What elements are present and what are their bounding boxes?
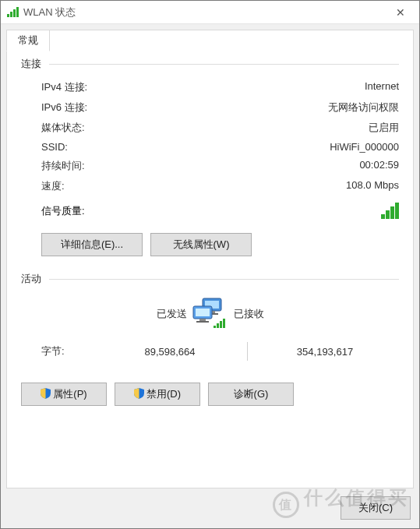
svg-rect-9 [217,323,219,328]
sent-label: 已发送 [21,307,187,321]
wifi-signal-icon [7,7,19,17]
ipv4-value: Internet [365,80,399,94]
svg-rect-11 [223,319,225,328]
media-value: 已启用 [369,121,399,135]
signal-label: 信号质量: [41,204,85,218]
svg-rect-10 [220,321,222,328]
received-bytes: 354,193,617 [251,346,399,358]
details-button[interactable]: 详细信息(E)... [41,233,143,256]
window-close-button[interactable]: ✕ [385,2,416,23]
properties-button-label: 属性(P) [53,388,86,400]
tab-general[interactable]: 常规 [6,30,50,51]
row-duration: 持续时间: 00:02:59 [21,156,399,176]
ipv4-label: IPv4 连接: [41,80,87,94]
wireless-properties-button[interactable]: 无线属性(W) [150,233,252,256]
row-media: 媒体状态: 已启用 [21,118,399,138]
received-label: 已接收 [234,307,400,321]
section-activity: 活动 [21,272,399,286]
speed-label: 速度: [41,179,65,193]
wlan-status-window: WLAN 状态 ✕ 常规 连接 IPv4 连接: Internet IPv6 连… [0,0,420,529]
row-ssid: SSID: HiWiFi_000000 [21,138,399,156]
svg-rect-6 [199,319,206,321]
disable-button[interactable]: 禁用(D) [115,383,200,406]
svg-rect-8 [214,326,216,328]
section-connection-label: 连接 [21,57,41,71]
section-activity-label: 活动 [21,272,41,286]
close-icon: ✕ [396,6,405,19]
connection-buttons: 详细信息(E)... 无线属性(W) [21,225,399,261]
speed-value: 108.0 Mbps [346,179,399,193]
duration-value: 00:02:59 [359,159,399,173]
titlebar: WLAN 状态 ✕ [1,1,419,24]
svg-rect-7 [196,321,209,323]
row-ipv6: IPv6 连接: 无网络访问权限 [21,97,399,118]
client-area: 常规 连接 IPv4 连接: Internet IPv6 连接: 无网络访问权限… [1,24,419,528]
sent-bytes: 89,598,664 [96,346,244,358]
computers-icon [187,297,234,331]
section-connection: 连接 [21,57,399,71]
media-label: 媒体状态: [41,121,85,135]
close-button[interactable]: 关闭(C) [341,496,411,520]
bytes-label: 字节: [41,344,96,358]
row-ipv4: IPv4 连接: Internet [21,77,399,97]
ssid-value: HiWiFi_000000 [330,141,399,153]
properties-button[interactable]: 属性(P) [21,383,107,406]
signal-strength-icon [381,203,399,219]
row-speed: 速度: 108.0 Mbps [21,176,399,196]
shield-icon [41,388,51,399]
tab-label: 常规 [18,34,38,46]
shield-icon [134,388,144,399]
divider [49,279,399,280]
activity-row: 已发送 [21,292,399,331]
tab-panel: 常规 连接 IPv4 连接: Internet IPv6 连接: 无网络访问权限… [6,30,414,488]
activity-icon [187,297,234,331]
ssid-label: SSID: [41,141,68,153]
bytes-row: 字节: 89,598,664 354,193,617 [21,331,399,367]
window-title: WLAN 状态 [23,5,385,19]
ipv6-value: 无网络访问权限 [328,101,399,115]
duration-label: 持续时间: [41,159,85,173]
activity-buttons: 属性(P) 禁用(D) 诊断(G) [21,367,399,411]
disable-button-label: 禁用(D) [146,388,181,400]
divider [49,64,399,65]
divider [247,342,248,361]
row-signal: 信号质量: [21,196,399,225]
svg-rect-5 [196,309,210,316]
ipv6-label: IPv6 连接: [41,101,87,115]
footer: 关闭(C) [6,488,414,523]
diagnose-button[interactable]: 诊断(G) [208,383,294,406]
